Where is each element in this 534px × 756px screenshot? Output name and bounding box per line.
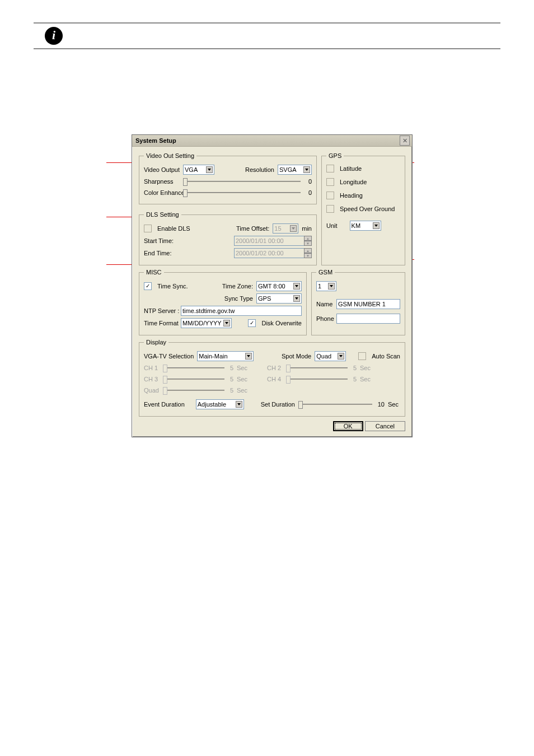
ntp-server-label: NTP Server : bbox=[144, 307, 177, 314]
unit-select[interactable]: KM bbox=[350, 221, 381, 231]
gsm-phone-label: Phone bbox=[316, 315, 333, 322]
vga-tv-select[interactable]: Main-Main bbox=[197, 351, 254, 361]
ch2-value: 5 bbox=[351, 365, 357, 371]
color-enhance-value: 0 bbox=[304, 189, 312, 196]
quad-label: Quad bbox=[144, 387, 160, 394]
auto-scan-label: Auto Scan bbox=[372, 353, 400, 360]
time-sync-checkbox[interactable]: ✓ bbox=[144, 282, 152, 290]
enable-dls-checkbox[interactable] bbox=[144, 225, 152, 232]
video-out-legend: Video Out Setting bbox=[144, 152, 196, 159]
gsm-phone-input[interactable] bbox=[336, 314, 400, 324]
gsm-name-label: Name bbox=[316, 301, 333, 307]
ch3-slider bbox=[163, 375, 224, 384]
titlebar: System Setup ✕ bbox=[132, 135, 412, 147]
misc-legend: MISC bbox=[144, 269, 164, 276]
resolution-label: Resolution bbox=[245, 166, 274, 173]
resolution-select[interactable]: SVGA bbox=[278, 165, 312, 175]
enable-dls-label: Enable DLS bbox=[157, 225, 190, 232]
quad-value: 5 bbox=[228, 387, 233, 394]
video-output-select[interactable]: VGA bbox=[183, 165, 214, 175]
longitude-checkbox[interactable] bbox=[326, 178, 334, 186]
longitude-label: Longitude bbox=[340, 179, 367, 185]
spot-mode-select[interactable]: Quad bbox=[315, 351, 346, 361]
misc-fieldset: MISC ✓ Time Sync. Time Zone: GMT 8:00 Sy… bbox=[139, 269, 307, 335]
end-time-input: 2000/01/02 00:00 ▲▼ bbox=[234, 248, 312, 258]
close-icon[interactable]: ✕ bbox=[400, 136, 410, 146]
sharpness-value: 0 bbox=[304, 178, 312, 185]
ch1-value: 5 bbox=[228, 365, 233, 371]
ch1-label: CH 1 bbox=[144, 365, 160, 371]
display-fieldset: Display VGA-TV Selection Main-Main Spot … bbox=[139, 339, 405, 417]
disk-overwrite-checkbox[interactable]: ✓ bbox=[248, 319, 256, 327]
vga-tv-label: VGA-TV Selection bbox=[144, 353, 194, 360]
ch1-unit: Sec bbox=[237, 365, 249, 371]
time-offset-unit: min bbox=[302, 225, 312, 232]
ch4-label: CH 4 bbox=[267, 376, 283, 382]
ok-button[interactable]: OK bbox=[333, 421, 363, 431]
info-icon: i bbox=[45, 27, 63, 45]
ch2-label: CH 2 bbox=[267, 365, 283, 371]
dls-legend: DLS Setting bbox=[144, 211, 181, 218]
set-duration-label: Set Duration bbox=[261, 401, 295, 408]
set-duration-slider[interactable] bbox=[298, 400, 372, 409]
latitude-checkbox[interactable] bbox=[326, 165, 334, 172]
sync-type-select[interactable]: GPS bbox=[256, 293, 302, 304]
gsm-index-select[interactable]: 1 bbox=[316, 281, 336, 291]
speed-checkbox[interactable] bbox=[326, 205, 334, 213]
gps-fieldset: GPS Latitude Longitude Heading Speed Ove… bbox=[321, 152, 405, 265]
color-enhance-slider[interactable] bbox=[183, 188, 301, 197]
heading-label: Heading bbox=[340, 192, 363, 199]
time-format-select[interactable]: MM/DD/YYYY bbox=[181, 318, 232, 328]
start-time-input: 2000/01/01 00:00 ▲▼ bbox=[234, 236, 312, 246]
set-duration-value: 10 bbox=[376, 401, 385, 408]
cancel-button[interactable]: Cancel bbox=[365, 421, 405, 431]
quad-slider bbox=[163, 386, 224, 395]
ch1-slider bbox=[163, 363, 224, 372]
set-duration-unit: Sec bbox=[388, 401, 400, 408]
ch2-slider bbox=[286, 363, 348, 372]
time-offset-select: 15 bbox=[273, 223, 298, 234]
gsm-name-input[interactable]: GSM NUMBER 1 bbox=[336, 299, 400, 309]
gsm-fieldset: GSM 1 Name GSM NUMBER 1 Phone bbox=[311, 269, 405, 335]
event-duration-label: Event Duration bbox=[144, 401, 185, 408]
ntp-server-input[interactable]: time.stdtime.gov.tw bbox=[181, 306, 302, 316]
ch4-value: 5 bbox=[351, 376, 357, 382]
time-sync-label: Time Sync. bbox=[157, 283, 188, 290]
ch4-unit: Sec bbox=[360, 376, 372, 382]
sharpness-label: Sharpness bbox=[144, 178, 180, 185]
video-output-label: Video Output bbox=[144, 166, 180, 173]
display-legend: Display bbox=[144, 339, 168, 346]
video-out-fieldset: Video Out Setting Video Output VGA Resol… bbox=[139, 152, 317, 204]
time-zone-label: Time Zone: bbox=[222, 283, 253, 290]
gps-legend: GPS bbox=[326, 152, 344, 159]
unit-label: Unit bbox=[326, 222, 338, 229]
system-setup-dialog: System Setup ✕ Video Out Setting Video O… bbox=[132, 134, 413, 437]
ch4-slider bbox=[286, 375, 348, 384]
spot-mode-label: Spot Mode bbox=[282, 353, 311, 360]
end-time-label: End Time: bbox=[144, 250, 177, 256]
sharpness-slider[interactable] bbox=[183, 177, 301, 186]
sync-type-label: Sync Type bbox=[224, 295, 253, 302]
latitude-label: Latitude bbox=[340, 165, 362, 172]
dls-fieldset: DLS Setting Enable DLS Time Offset: 15 m… bbox=[139, 211, 317, 265]
gsm-legend: GSM bbox=[316, 269, 335, 276]
auto-scan-checkbox[interactable] bbox=[358, 352, 366, 360]
ch2-unit: Sec bbox=[360, 365, 372, 371]
heading-checkbox[interactable] bbox=[326, 192, 334, 199]
window-title: System Setup bbox=[134, 137, 176, 144]
ch3-label: CH 3 bbox=[144, 376, 160, 382]
speed-label: Speed Over Ground bbox=[340, 206, 395, 212]
time-format-label: Time Format bbox=[144, 320, 177, 326]
quad-unit: Sec bbox=[237, 387, 249, 394]
start-time-label: Start Time: bbox=[144, 237, 177, 244]
disk-overwrite-label: Disk Overwrite bbox=[261, 320, 302, 326]
header-divider: i bbox=[34, 22, 500, 49]
color-enhance-label: Color Enhance bbox=[144, 189, 180, 196]
event-duration-select[interactable]: Adjustable bbox=[196, 399, 244, 409]
ch3-value: 5 bbox=[228, 376, 233, 382]
ch3-unit: Sec bbox=[237, 376, 249, 382]
time-zone-select[interactable]: GMT 8:00 bbox=[256, 281, 302, 291]
time-offset-label: Time Offset: bbox=[236, 225, 269, 232]
